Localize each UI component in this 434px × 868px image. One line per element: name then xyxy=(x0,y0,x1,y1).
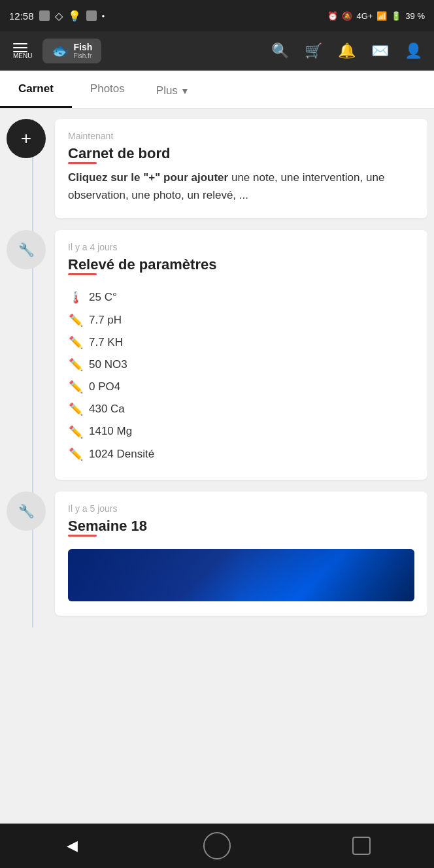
status-bar: 12:58 ◇ 💡 ● ⏰ 🔕 4G+ 📶 🔋 39 % xyxy=(0,0,434,31)
temp-icon: 🌡️ xyxy=(68,286,84,309)
param-po4-value: 0 PO4 xyxy=(89,376,120,397)
status-icon-square xyxy=(39,10,50,21)
param-ca: ✏️ 430 Ca xyxy=(68,398,414,420)
nav-icons: 🔍 🛒 🔔 ✉️ 👤 xyxy=(265,37,429,65)
semaine-card: Il y a 5 jours Semaine 18 xyxy=(55,492,427,616)
carnet-title: Carnet de bord xyxy=(68,145,170,162)
param-kh: ✏️ 7.7 KH xyxy=(68,331,414,354)
wrench-icon-4days: 🔧 xyxy=(7,230,46,269)
tabs-bar: Carnet Photos Plus ▼ xyxy=(0,71,434,108)
semaine-image-preview xyxy=(68,549,414,601)
densite-icon: ✏️ xyxy=(68,443,84,465)
status-icon-diamond: ◇ xyxy=(55,10,63,22)
status-alarm-icon: ⏰ xyxy=(327,11,338,21)
param-mg: ✏️ 1410 Mg xyxy=(68,421,414,443)
param-po4: ✏️ 0 PO4 xyxy=(68,376,414,398)
back-icon: ◀ xyxy=(67,837,78,854)
param-no3: ✏️ 50 NO3 xyxy=(68,354,414,376)
ph-icon: ✏️ xyxy=(68,309,84,331)
param-temp-value: 25 C° xyxy=(89,287,117,308)
entry-time-5days: Il y a 5 jours xyxy=(68,503,414,514)
bell-button[interactable]: 🔔 xyxy=(331,37,362,65)
entry-5days: 🔧 Il y a 5 jours Semaine 18 xyxy=(7,492,427,616)
status-network: 4G+ xyxy=(356,11,373,21)
mail-button[interactable]: ✉️ xyxy=(365,37,395,65)
param-temp: 🌡️ 25 C° xyxy=(68,286,414,309)
logo-line1: Fish xyxy=(73,42,92,52)
no3-icon: ✏️ xyxy=(68,354,84,376)
carnet-card: Maintenant Carnet de bord Cliquez sur le… xyxy=(55,119,427,218)
timeline: + Maintenant Carnet de bord Cliquez sur … xyxy=(7,119,427,627)
logo-fish-icon: 🐟 xyxy=(52,42,69,59)
add-icon[interactable]: + xyxy=(7,119,46,158)
recents-square-icon xyxy=(352,837,371,855)
entry-time-4days: Il y a 4 jours xyxy=(68,242,414,252)
menu-button[interactable]: MENU xyxy=(5,37,40,66)
carnet-body-strong: Cliquez sur le "+" pour ajouter xyxy=(68,171,228,184)
back-button[interactable]: ◀ xyxy=(57,830,88,861)
kh-icon: ✏️ xyxy=(68,331,84,354)
status-icon-square2 xyxy=(86,10,97,21)
content-area: + Maintenant Carnet de bord Cliquez sur … xyxy=(0,108,434,824)
param-densite-value: 1024 Densité xyxy=(89,444,154,465)
status-battery: 39 % xyxy=(405,11,425,21)
tab-photos[interactable]: Photos xyxy=(72,71,143,108)
home-button[interactable] xyxy=(201,830,233,861)
status-battery-icon: 🔋 xyxy=(391,11,401,21)
profile-button[interactable]: 👤 xyxy=(398,37,429,65)
chevron-down-icon: ▼ xyxy=(180,86,190,96)
status-mute-icon: 🔕 xyxy=(342,11,352,21)
cart-button[interactable]: 🛒 xyxy=(298,37,329,65)
param-mg-value: 1410 Mg xyxy=(89,421,132,442)
semaine-title: Semaine 18 xyxy=(68,518,147,535)
entry-time-now: Maintenant xyxy=(68,131,414,141)
logo-text: Fish Fish.fr xyxy=(73,42,92,59)
tab-carnet[interactable]: Carnet xyxy=(0,71,72,108)
search-button[interactable]: 🔍 xyxy=(265,37,295,65)
status-dot: ● xyxy=(102,13,105,19)
entry-now: + Maintenant Carnet de bord Cliquez sur … xyxy=(7,119,427,218)
status-right: ⏰ 🔕 4G+ 📶 🔋 39 % xyxy=(327,11,425,21)
param-ph-value: 7.7 pH xyxy=(89,310,122,331)
status-icon-light: 💡 xyxy=(68,10,81,22)
bottom-nav: ◀ xyxy=(0,824,434,868)
releve-title: Relevé de paramètres xyxy=(68,256,216,273)
releve-card: Il y a 4 jours Relevé de paramètres 🌡️ 2… xyxy=(55,230,427,480)
param-ph: ✏️ 7.7 pH xyxy=(68,309,414,331)
status-left: 12:58 ◇ 💡 ● xyxy=(9,10,105,22)
wrench-icon-5days: 🔧 xyxy=(7,492,46,531)
entry-4days: 🔧 Il y a 4 jours Relevé de paramètres 🌡️… xyxy=(7,230,427,480)
nav-bar: MENU 🐟 Fish Fish.fr 🔍 🛒 🔔 ✉️ 👤 xyxy=(0,31,434,71)
recents-button[interactable] xyxy=(346,830,377,861)
ca-icon: ✏️ xyxy=(68,398,84,420)
status-signal-icon: 📶 xyxy=(376,11,387,21)
home-circle-icon xyxy=(203,832,231,860)
param-densite: ✏️ 1024 Densité xyxy=(68,443,414,465)
mg-icon: ✏️ xyxy=(68,421,84,443)
params-list: 🌡️ 25 C° ✏️ 7.7 pH ✏️ 7.7 KH ✏️ 50 NO3 xyxy=(68,286,414,465)
param-ca-value: 430 Ca xyxy=(89,399,125,420)
tab-plus[interactable]: Plus ▼ xyxy=(143,73,203,108)
logo-line2: Fish.fr xyxy=(73,52,92,59)
status-time: 12:58 xyxy=(9,10,34,22)
po4-icon: ✏️ xyxy=(68,376,84,398)
param-no3-value: 50 NO3 xyxy=(89,354,127,375)
param-kh-value: 7.7 KH xyxy=(89,332,123,353)
carnet-body: Cliquez sur le "+" pour ajouter une note… xyxy=(68,169,414,204)
menu-label: MENU xyxy=(13,52,32,59)
nav-logo[interactable]: 🐟 Fish Fish.fr xyxy=(42,39,101,63)
